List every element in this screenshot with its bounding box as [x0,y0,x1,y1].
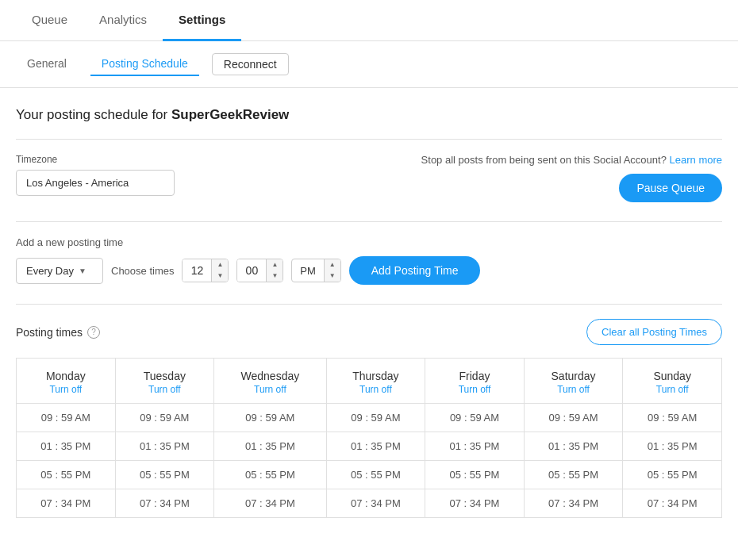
top-nav: Queue Analytics Settings [0,0,738,41]
minute-down-button[interactable]: ▼ [266,270,283,282]
day-name: Saturday [552,370,596,382]
clear-all-button[interactable]: Clear all Posting Times [586,319,722,345]
tab-settings[interactable]: Settings [163,0,241,41]
day-name: Monday [46,370,86,382]
learn-more-link[interactable]: Learn more [670,154,722,166]
time-cell[interactable]: 05 : 55 PM [623,461,722,489]
time-cell[interactable]: 09 : 59 AM [214,404,326,432]
timezone-input[interactable] [16,170,175,196]
table-row: 09 : 59 AM09 : 59 AM09 : 59 AM09 : 59 AM… [17,404,722,432]
day-header-sunday: SundayTurn off [623,359,722,404]
time-cell[interactable]: 09 : 59 AM [326,404,425,432]
pause-queue-button[interactable]: Pause Queue [619,174,722,202]
hour-down-button[interactable]: ▼ [211,270,228,282]
day-header-thursday: ThursdayTurn off [326,359,425,404]
hour-spinner[interactable]: ▲ ▼ [182,259,229,282]
chevron-down-icon: ▼ [79,267,86,275]
time-cell[interactable]: 01 : 35 PM [524,432,623,461]
table-row: 05 : 55 PM05 : 55 PM05 : 55 PM05 : 55 PM… [17,461,722,489]
hour-up-button[interactable]: ▲ [211,259,228,270]
time-cell[interactable]: 09 : 59 AM [623,404,722,432]
turn-off-link[interactable]: Turn off [432,384,517,395]
table-row: 01 : 35 PM01 : 35 PM01 : 35 PM01 : 35 PM… [17,432,722,461]
turn-off-link[interactable]: Turn off [122,384,208,395]
turn-off-link[interactable]: Turn off [333,384,419,395]
time-cell[interactable]: 09 : 59 AM [524,404,623,432]
time-cell[interactable]: 07 : 34 PM [115,489,214,518]
time-cell[interactable]: 07 : 34 PM [214,489,326,518]
turn-off-link[interactable]: Turn off [531,384,617,395]
page-title: Your posting schedule for SuperGeekRevie… [16,107,722,123]
time-cell[interactable]: 07 : 34 PM [524,489,623,518]
turn-off-link[interactable]: Turn off [23,384,109,395]
ampm-selector[interactable]: PM ▲ ▼ [291,259,340,282]
time-cell[interactable]: 09 : 59 AM [17,404,116,432]
ampm-up-button[interactable]: ▲ [324,259,340,270]
pause-description: Stop all posts from being sent on this S… [421,154,722,166]
timezone-label: Timezone [16,154,175,165]
time-cell[interactable]: 05 : 55 PM [326,461,425,489]
time-cell[interactable]: 09 : 59 AM [425,404,525,432]
time-cell[interactable]: 01 : 35 PM [214,432,326,461]
time-cell[interactable]: 07 : 34 PM [425,489,525,518]
posting-times-label: Posting times [16,326,83,339]
time-cell[interactable]: 09 : 59 AM [115,404,214,432]
day-header-wednesday: WednesdayTurn off [214,359,326,404]
day-header-monday: MondayTurn off [17,359,116,404]
time-cell[interactable]: 01 : 35 PM [326,432,425,461]
every-day-dropdown[interactable]: Every Day ▼ [16,258,103,284]
tab-queue[interactable]: Queue [16,0,83,41]
day-header-tuesday: TuesdayTurn off [115,359,214,404]
time-cell[interactable]: 05 : 55 PM [115,461,214,489]
table-row: 07 : 34 PM07 : 34 PM07 : 34 PM07 : 34 PM… [17,489,722,518]
time-cell[interactable]: 05 : 55 PM [524,461,623,489]
add-posting-label: Add a new posting time [16,236,722,248]
sub-tab-reconnect[interactable]: Reconnect [212,53,289,75]
day-name: Friday [459,370,490,382]
day-header-friday: FridayTurn off [425,359,525,404]
add-posting-time-button[interactable]: Add Posting Time [349,256,481,285]
minute-spinner[interactable]: ▲ ▼ [236,259,283,282]
time-cell[interactable]: 07 : 34 PM [17,489,116,518]
time-cell[interactable]: 01 : 35 PM [425,432,525,461]
help-icon[interactable]: ? [87,326,100,339]
minute-input[interactable] [237,259,266,282]
sub-tab-general[interactable]: General [16,52,78,76]
time-cell[interactable]: 01 : 35 PM [17,432,116,461]
tab-analytics[interactable]: Analytics [83,0,163,41]
choose-times-label: Choose times [111,265,174,277]
day-name: Wednesday [241,370,300,382]
time-cell[interactable]: 05 : 55 PM [425,461,525,489]
time-cell[interactable]: 05 : 55 PM [214,461,326,489]
day-name: Sunday [653,370,690,382]
time-cell[interactable]: 07 : 34 PM [623,489,722,518]
sub-tab-posting-schedule[interactable]: Posting Schedule [90,52,199,76]
day-header-saturday: SaturdayTurn off [524,359,623,404]
time-cell[interactable]: 01 : 35 PM [115,432,214,461]
hour-input[interactable] [183,259,211,282]
day-name: Thursday [352,370,398,382]
turn-off-link[interactable]: Turn off [221,384,319,395]
sub-nav: General Posting Schedule Reconnect [0,41,738,88]
time-cell[interactable]: 05 : 55 PM [17,461,116,489]
turn-off-link[interactable]: Turn off [629,384,715,395]
ampm-value: PM [292,260,324,282]
time-cell[interactable]: 07 : 34 PM [326,489,425,518]
day-name: Tuesday [144,370,186,382]
minute-up-button[interactable]: ▲ [266,259,283,270]
schedule-table: MondayTurn offTuesdayTurn offWednesdayTu… [16,358,722,518]
ampm-down-button[interactable]: ▼ [324,270,340,282]
time-cell[interactable]: 01 : 35 PM [623,432,722,461]
